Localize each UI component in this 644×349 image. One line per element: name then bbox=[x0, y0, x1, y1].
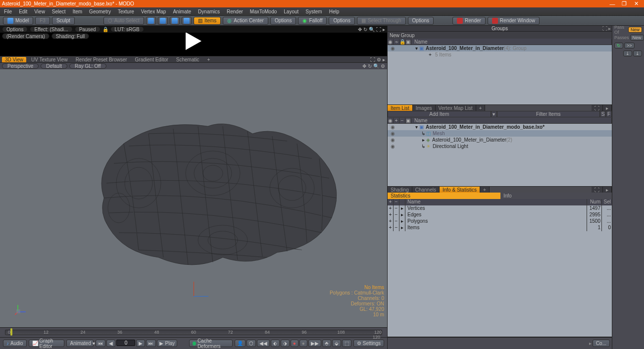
key-skip-button[interactable]: ⬘ bbox=[322, 340, 331, 347]
menu-dynamics[interactable]: Dynamics bbox=[196, 9, 222, 14]
preview-shading[interactable]: Shading: Full bbox=[51, 33, 89, 39]
add-dropdown-icon[interactable]: ▾ bbox=[491, 111, 497, 117]
close-icon[interactable]: ▸ bbox=[603, 105, 612, 111]
menu-view[interactable]: View bbox=[32, 9, 47, 14]
menu-item[interactable]: Item bbox=[71, 9, 84, 14]
preview-paused[interactable]: Paused bbox=[75, 26, 100, 32]
key-red-button[interactable]: ● bbox=[291, 340, 298, 347]
select-poly-button[interactable] bbox=[170, 17, 180, 25]
collapse-button[interactable]: ⤓ bbox=[623, 50, 632, 56]
tab-add[interactable]: + bbox=[476, 105, 486, 111]
minimize-icon[interactable]: — bbox=[606, 1, 618, 7]
timeline[interactable]: 0 12 24 36 48 60 72 84 96 108 120 120 bbox=[0, 327, 387, 337]
close-icon[interactable]: ✕ bbox=[630, 0, 642, 7]
menu-layout[interactable]: Layout bbox=[282, 9, 300, 14]
move-icon[interactable]: ✥ bbox=[358, 27, 362, 32]
axis-gizmo-icon[interactable] bbox=[15, 303, 27, 315]
key-next-button[interactable]: ▶▶ bbox=[308, 340, 321, 347]
menu-maxtomodo[interactable]: MaxToModo bbox=[248, 9, 279, 14]
actor-button[interactable]: 👤 bbox=[235, 340, 246, 347]
tab-add[interactable]: + bbox=[204, 57, 213, 62]
tab-itemlist[interactable]: Item List bbox=[388, 105, 413, 111]
sculpt-button[interactable]: Sculpt bbox=[52, 17, 75, 25]
table-row[interactable]: +−▸Edges2995... bbox=[388, 212, 612, 218]
light-row[interactable]: ◉ ↳☀ Directional Light bbox=[388, 143, 612, 150]
render-col-icon[interactable]: ▣ bbox=[405, 39, 411, 45]
graph-editor-button[interactable]: 📈Graph Editor bbox=[29, 340, 65, 347]
auto-select-button[interactable]: ⬡Auto Select bbox=[103, 17, 144, 25]
next-frame-button[interactable]: ▶ bbox=[136, 340, 145, 347]
lock-icon[interactable]: 🔒 bbox=[102, 27, 108, 32]
preview-camera[interactable]: (Render Camera) bbox=[2, 33, 50, 39]
menu-animate[interactable]: Animate bbox=[171, 9, 193, 14]
table-row[interactable]: +−▸Items10 bbox=[388, 225, 612, 231]
key-gray-button[interactable]: ● bbox=[299, 340, 307, 347]
refresh-icon[interactable]: ↻ bbox=[363, 27, 367, 32]
filter-items-button[interactable]: Filter Items bbox=[497, 111, 600, 117]
key-tool2-button[interactable]: ⬚ bbox=[342, 340, 351, 347]
table-row[interactable]: +−▸Polygons1500... bbox=[388, 218, 612, 225]
color-col-icon[interactable]: ▣ bbox=[405, 118, 411, 123]
expand-icon[interactable]: ⛶ bbox=[602, 26, 607, 31]
tab-gradient[interactable]: Gradient Editor bbox=[132, 57, 171, 62]
audio-button[interactable]: ♪Audio bbox=[3, 340, 27, 347]
first-frame-button[interactable]: ⏮ bbox=[96, 340, 105, 347]
vp-move-icon[interactable]: ✥ bbox=[362, 63, 366, 69]
3d-viewport[interactable]: No Items Polygons : Catmull-Clark Channe… bbox=[0, 69, 387, 327]
info-tab[interactable]: Info bbox=[500, 193, 612, 199]
falloff-button[interactable]: ◉Falloff bbox=[298, 17, 327, 25]
items-button[interactable]: ▧Items bbox=[194, 17, 221, 25]
tab-vmaplist[interactable]: Vertex Map List bbox=[436, 105, 476, 111]
render-button[interactable]: Render bbox=[452, 17, 486, 25]
play-button[interactable]: ▶ Play bbox=[157, 340, 177, 347]
next-icon[interactable]: ▸ bbox=[383, 27, 385, 32]
close-icon[interactable]: ▸ bbox=[603, 187, 612, 193]
add-item-button[interactable]: Add Item bbox=[388, 111, 491, 117]
new-group-button[interactable]: New Group bbox=[388, 32, 612, 39]
item-row[interactable]: ◉ ▸◈ Asteroid_100_Meter_in_Diameter(2) bbox=[388, 137, 612, 143]
select-edge-button[interactable] bbox=[158, 17, 168, 25]
preview-lut[interactable]: LUT: sRGB bbox=[110, 26, 144, 32]
action-button[interactable]: ⬡ bbox=[247, 340, 256, 347]
key-add-button[interactable]: ⬗ bbox=[281, 340, 290, 347]
filter-f-button[interactable]: F bbox=[606, 111, 612, 117]
vp-gear-icon[interactable]: ⚙ bbox=[381, 63, 385, 69]
co-button[interactable]: Co... bbox=[593, 340, 610, 347]
tab-info-stats[interactable]: Info & Statistics bbox=[440, 187, 480, 193]
tab-shading[interactable]: Shading bbox=[388, 187, 412, 193]
play-preview-icon[interactable] bbox=[186, 32, 201, 50]
menu-file[interactable]: File bbox=[2, 9, 14, 14]
select-vertex-button[interactable] bbox=[146, 17, 156, 25]
ac-options-button[interactable]: Options bbox=[270, 17, 296, 25]
menu-vertexmap[interactable]: Vertex Map bbox=[139, 9, 168, 14]
filter-s-button[interactable]: S bbox=[600, 111, 606, 117]
current-frame-field[interactable]: 0 bbox=[116, 340, 135, 346]
preview-effect[interactable]: Effect: (Shadi... bbox=[30, 26, 72, 32]
menu-render[interactable]: Render bbox=[225, 9, 245, 14]
tab-schematic[interactable]: Schematic bbox=[173, 57, 202, 62]
menu-edit[interactable]: Edit bbox=[17, 9, 29, 14]
tab-add[interactable]: + bbox=[480, 187, 490, 193]
maximize-panel-icon[interactable]: ⛶ bbox=[370, 57, 375, 62]
render-window-button[interactable]: Render Window bbox=[488, 17, 540, 25]
close-icon[interactable]: ▸ bbox=[608, 26, 611, 31]
group-row[interactable]: ◉ ▾▣ Asteroid_100_Meter_in_Diameter (4):… bbox=[388, 45, 612, 51]
item-list[interactable]: ◉ ▾▣ Asteroid_100_Meter_in_Diameter_modo… bbox=[388, 124, 612, 186]
zoom-icon[interactable]: 🔍 bbox=[369, 27, 375, 32]
eye-col-icon[interactable]: ◉ bbox=[388, 118, 394, 123]
key-del-button[interactable]: ⬖ bbox=[271, 340, 280, 347]
select-material-button[interactable] bbox=[182, 17, 192, 25]
close-panel-icon[interactable]: ▸ bbox=[383, 57, 385, 62]
new-pass-button[interactable]: New bbox=[628, 27, 642, 33]
tab-channels[interactable]: Channels bbox=[412, 187, 440, 193]
playhead[interactable] bbox=[10, 328, 12, 336]
expand-icon[interactable]: ⛶ bbox=[592, 187, 603, 193]
expand-icon[interactable]: ⛶ bbox=[592, 105, 603, 111]
new-passes-button[interactable]: New bbox=[630, 35, 644, 41]
minus-col-icon[interactable]: − bbox=[399, 118, 405, 123]
prev-frame-button[interactable]: ◀ bbox=[106, 340, 115, 347]
key-tool1-button[interactable]: ⬙ bbox=[332, 340, 341, 347]
model-button[interactable]: Model bbox=[3, 17, 33, 25]
table-row[interactable]: +−▸Vertices1497... bbox=[388, 205, 612, 212]
menu-system[interactable]: System bbox=[303, 9, 324, 14]
